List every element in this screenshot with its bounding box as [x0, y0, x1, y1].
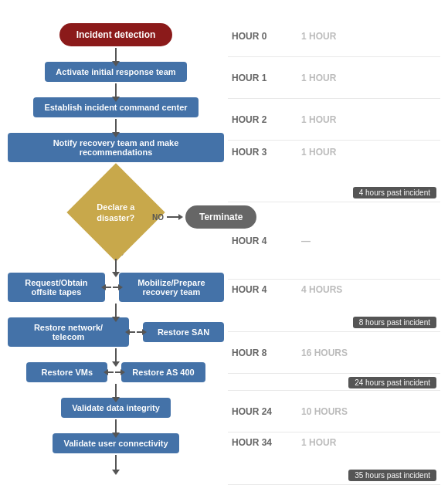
- restore-san-node: Restore SAN: [143, 322, 224, 342]
- badge-3: 4 hours past incident: [353, 187, 436, 198]
- timeline-row-2: HOUR 2 1 HOUR: [228, 99, 440, 141]
- duration-34: 1 HOUR: [301, 437, 371, 448]
- duration-8: 16 HOURS: [301, 348, 371, 358]
- declare-disaster-diamond: Declare a disaster?: [66, 163, 165, 261]
- hour-34: HOUR 34: [232, 437, 301, 448]
- terminate-node: Terminate: [185, 205, 256, 229]
- duration-0: 1 HOUR: [301, 31, 371, 42]
- hour-4b: HOUR 4: [232, 284, 301, 295]
- timeline-row-1: HOUR 1 1 HOUR: [228, 57, 440, 99]
- duration-24: 10 HOURS: [301, 406, 371, 417]
- timeline-row-6: HOUR 8 16 HOURS: [228, 332, 440, 374]
- badge-9: 35 hours past incident: [348, 470, 436, 481]
- timeline-row-5: HOUR 4 4 HOURS 8 hours past incident: [228, 280, 440, 332]
- mobilize-team-node: Mobilize/Prepare recovery team: [119, 273, 224, 302]
- request-tapes-node: Request/Obtain offsite tapes: [8, 273, 105, 302]
- restore-network-node: Restore network/ telecom: [8, 317, 129, 347]
- restore-as400-node: Restore AS 400: [121, 362, 205, 382]
- hour-8: HOUR 8: [232, 348, 301, 358]
- main-container: Incident detection Activate initial resp…: [0, 0, 448, 502]
- timeline-row-7: 24 hours past incident: [228, 374, 440, 391]
- duration-1: 1 HOUR: [301, 73, 371, 83]
- timeline-row-3: HOUR 3 1 HOUR 4 hours past incident: [228, 141, 440, 202]
- timeline-row-4: HOUR 4 —: [228, 202, 440, 280]
- timeline-row-9: HOUR 34 1 HOUR 35 hours past incident: [228, 432, 440, 485]
- timeline-row-8: HOUR 24 10 HOURS: [228, 391, 440, 432]
- duration-4b: 4 HOURS: [301, 284, 371, 295]
- duration-2: 1 HOUR: [301, 114, 371, 125]
- hour-3: HOUR 3: [232, 147, 301, 158]
- hour-2: HOUR 2: [232, 114, 301, 125]
- badge-7: 24 hours past incident: [348, 377, 436, 388]
- incident-detection-node: Incident detection: [59, 23, 173, 46]
- duration-4a: —: [301, 236, 371, 246]
- hour-0: HOUR 0: [232, 31, 301, 42]
- timeline-row-0: HOUR 0 1 HOUR: [228, 15, 440, 57]
- hour-1: HOUR 1: [232, 73, 301, 83]
- timeline-column: HOUR 0 1 HOUR HOUR 1 1 HOUR HOUR 2 1 HOU…: [224, 15, 440, 485]
- duration-3: 1 HOUR: [301, 147, 371, 158]
- hour-4a: HOUR 4: [232, 236, 301, 246]
- hour-24: HOUR 24: [232, 406, 301, 417]
- badge-5: 8 hours past incident: [353, 317, 436, 328]
- restore-vms-node: Restore VMs: [26, 362, 107, 382]
- flow-column: Incident detection Activate initial resp…: [8, 15, 224, 485]
- no-label: NO: [152, 213, 164, 222]
